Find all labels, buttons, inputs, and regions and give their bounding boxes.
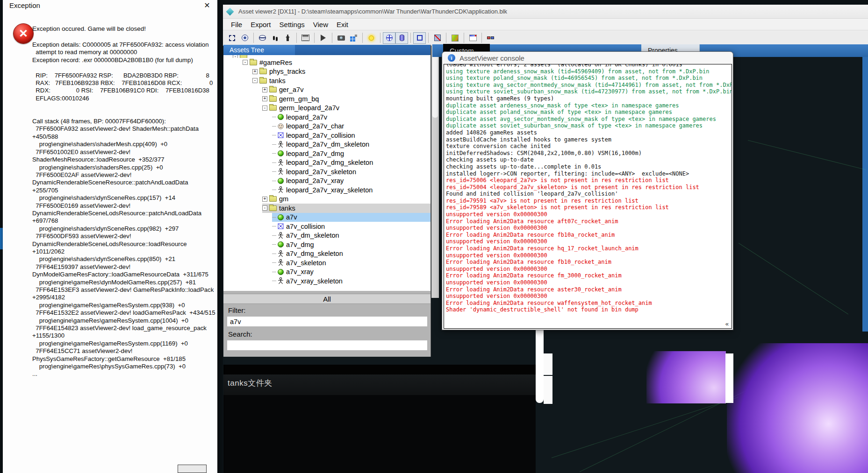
console-line: using texture poland_snow_mask (tid=4695… (446, 75, 732, 82)
tree-node-leopard_2a7v_collision[interactable]: leopard_2a7v_collision (223, 131, 430, 140)
toolbar (223, 30, 868, 46)
tree-node-tanks[interactable]: -tanks (223, 76, 430, 85)
skeleton-icon (278, 250, 284, 257)
stats-button[interactable] (299, 32, 312, 44)
console-window: i AssetViewer console loaded without err… (442, 51, 733, 330)
assets-tree-scrollbar[interactable] (431, 45, 439, 298)
tree-node-label: leopard_2a7v (286, 113, 327, 121)
bounding-box-icon (417, 35, 423, 41)
settings-panel-button[interactable] (466, 32, 479, 44)
menu-settings[interactable]: Settings (275, 20, 309, 29)
assets-tree-tab[interactable]: Assets Tree (223, 45, 295, 55)
tree-node-germ_gm_bq[interactable]: +germ_gm_bq (223, 94, 430, 104)
console-log[interactable]: loaded without errors, 2 assets (allocat… (444, 64, 732, 329)
scrollbar-thumb[interactable] (432, 48, 438, 118)
tree-connector (272, 117, 276, 117)
sun-button[interactable] (365, 32, 378, 44)
tree-node-#gameRes[interactable]: -#gameRes (223, 58, 430, 67)
tree-connector (272, 281, 276, 281)
tree-node-leopard_2a7v_dmg_skeleton[interactable]: leopard_2a7v_dmg_skeleton (223, 158, 430, 168)
tree-node-tanks[interactable]: -tanks (223, 204, 430, 213)
chevron-left-icon[interactable]: « (725, 320, 729, 327)
expand-toggle[interactable]: + (252, 69, 258, 74)
spotlight-button[interactable] (317, 32, 330, 44)
tree-node-a7v_skeleton[interactable]: a7v_skeleton (223, 258, 430, 268)
cylinder-button[interactable] (395, 32, 408, 44)
model-icon (278, 178, 284, 184)
tree-node-a7v_xray_skeleton[interactable]: a7v_xray_skeleton (223, 276, 430, 286)
collapse-toggle[interactable]: - (262, 106, 267, 111)
tree-node-ger_a7v[interactable]: +ger_a7v (223, 85, 430, 95)
console-line: Error loading Anim2Data resource fm_3000… (446, 272, 732, 279)
info-icon: i (448, 54, 455, 62)
model-icon (278, 269, 284, 275)
ok-button[interactable] (178, 465, 207, 473)
toolbar-separator (410, 33, 411, 43)
tree-node-a7v_dmg[interactable]: a7v_dmg (223, 240, 430, 249)
expand-toggle[interactable]: + (262, 87, 267, 92)
pixel-blocks-button[interactable] (347, 32, 360, 44)
orbit-button[interactable] (256, 32, 269, 44)
search-input[interactable] (227, 340, 427, 350)
tree-node-leopard_2a7v_char[interactable]: leopard_2a7v_char (223, 122, 430, 131)
console-line: Shader 'dynamic_destructible_shell' not … (446, 306, 732, 313)
app-icon (226, 7, 234, 15)
camera-button[interactable] (335, 32, 347, 44)
console-line: Error loading Anim2Data resource hq_17_r… (446, 245, 732, 252)
menu-exit[interactable]: Exit (332, 20, 352, 29)
tree-node-label: a7v_xray_skeleton (286, 277, 343, 285)
tree-node-a7v_dm_skeleton[interactable]: a7v_dm_skeleton (223, 231, 430, 240)
tree-node-gm[interactable]: +gm (223, 195, 430, 204)
tree-node-phys_tracks[interactable]: +phys_tracks (223, 67, 430, 77)
console-line: unsupported version 0x00000300 (446, 238, 732, 245)
close-icon[interactable]: ✕ (202, 1, 212, 10)
collapse-toggle[interactable]: - (262, 205, 267, 211)
collapse-toggle[interactable]: - (233, 55, 238, 58)
all-button[interactable]: All (223, 294, 430, 304)
tree-node-label: germ_gm_bq (279, 95, 319, 103)
tree-node-a7v_xray[interactable]: a7v_xray (223, 268, 430, 277)
person-button[interactable] (281, 32, 294, 44)
tree-node-a7v[interactable]: a7v (223, 213, 430, 222)
console-line: Error loading Anim2Data resource waffens… (446, 300, 732, 307)
filter-input[interactable] (227, 317, 427, 326)
tree-connector (272, 171, 276, 172)
model-icon (278, 214, 284, 220)
footprints-button[interactable] (269, 32, 281, 44)
tree-node-leopard_2a7v[interactable]: leopard_2a7v (223, 113, 430, 122)
gradient-button[interactable] (449, 32, 461, 44)
asset-viewer-titlebar[interactable]: Asset viewer2 [DX11] - D:\steam\steamapp… (223, 5, 868, 19)
menu-view[interactable]: View (309, 20, 332, 29)
tree-connector (272, 162, 276, 163)
tree-node-leopard_2a7v_dmg[interactable]: leopard_2a7v_dmg (223, 149, 430, 158)
tree-node-leopard_2a7v_xray[interactable]: leopard_2a7v_xray (223, 176, 430, 186)
hidden-panel-scrollbar[interactable] (725, 353, 733, 403)
properties-panel-edge (862, 57, 868, 332)
select-frame-button[interactable] (226, 32, 238, 44)
collapse-toggle[interactable]: - (252, 78, 258, 83)
toolbar-separator (314, 33, 315, 43)
console-line: using texture ardeness_snow_mask (tid=45… (446, 68, 732, 75)
tree-node-leopard_2a7v_xray_skeleton[interactable]: leopard_2a7v_xray_skeleton (223, 185, 430, 195)
console-line: unsupported version 0x00000300 (446, 252, 732, 259)
tree-node-a7v_dmg_skeleton[interactable]: a7v_dmg_skeleton (223, 249, 430, 259)
stereo-glasses-button[interactable] (484, 32, 497, 44)
wire-sphere-button[interactable] (383, 32, 395, 44)
tree-node-a7v_collision[interactable]: a7v_collision (223, 222, 430, 231)
tree-node-leopard_2a7v_skeleton[interactable]: leopard_2a7v_skeleton (223, 167, 430, 176)
bounding-box-button[interactable] (413, 32, 426, 44)
tree-node-germ_leopard_2a7v[interactable]: -germ_leopard_2a7v (223, 104, 430, 113)
eye-button[interactable] (238, 32, 251, 44)
console-title: AssetViewer console (459, 54, 524, 62)
menu-file[interactable]: File (227, 20, 246, 29)
console-line: installed logerr->CON reporter, filterin… (446, 170, 732, 177)
expand-toggle[interactable]: + (262, 197, 267, 202)
no-texture-button[interactable] (431, 32, 444, 44)
tree-node-label: leopard_2a7v_skeleton (286, 168, 356, 176)
tree-node-label: germ_leopard_2a7v (279, 104, 339, 112)
collapse-toggle[interactable]: - (243, 60, 248, 65)
console-titlebar[interactable]: i AssetViewer console (442, 52, 733, 64)
menu-export[interactable]: Export (246, 20, 275, 29)
expand-toggle[interactable]: + (262, 96, 267, 101)
tree-node-leopard_2a7v_dm_skeleton[interactable]: leopard_2a7v_dm_skeleton (223, 140, 430, 149)
